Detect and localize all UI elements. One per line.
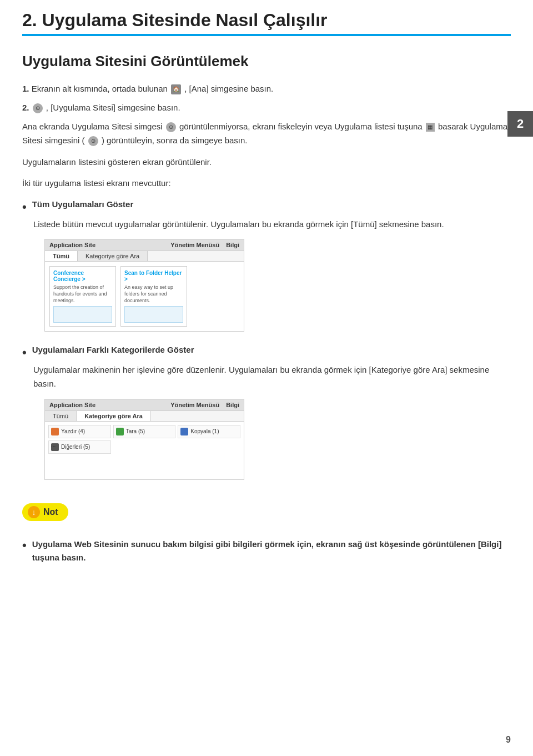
cat-other-label: Diğerleri (5) [61, 444, 90, 450]
bullet-1-title: Tüm Uygulamaları Göster [32, 199, 134, 209]
screenshot-1-tabs: Tümü Kategoriye göre Ara [45, 251, 244, 262]
screenshot-1-app-name: Application Site [49, 242, 95, 248]
card-2-inner [124, 306, 183, 323]
screenshot-1-card-1: Conference Concierge > Support the creat… [49, 266, 116, 327]
screenshot-1-body: Conference Concierge > Support the creat… [45, 262, 244, 331]
cat-item-print: Yazdır (4) [48, 425, 111, 438]
screenshot-1-menu: Yönetim Menüsü Bilgi [170, 242, 239, 248]
step-2-number: 2. [22, 103, 32, 112]
bullet-1-section: • Tüm Uygulamaları Göster Listede bütün … [22, 199, 511, 332]
card-1-title: Conference Concierge > [53, 270, 112, 282]
footer-page-number: 9 [506, 735, 511, 745]
screenshot-2-app-name: Application Site [49, 402, 95, 408]
cat-print-label: Yazdır (4) [61, 428, 85, 434]
screenshot-2-empty [45, 457, 244, 479]
screenshot-2-tabs: Tümü Kategoriye göre Ara [45, 411, 244, 422]
cat-print-icon [51, 428, 59, 435]
bullet-2-dot: • [22, 345, 27, 361]
card-1-desc: Support the creation of handouts for eve… [53, 284, 112, 304]
note-bullet-section: • Uygulama Web Sitesinin sunucu bakım bi… [22, 538, 511, 565]
cat-copy-label: Kopyala (1) [190, 428, 219, 434]
cat-scan-label: Tara (5) [126, 428, 145, 434]
grid-icon-inline: ▦ [426, 123, 435, 132]
bullet-2-content: Uygulamalar makinenin her işlevine göre … [33, 363, 511, 480]
home-icon: 🏠 [171, 84, 181, 94]
two-types-heading: İki tür uygulama listesi ekranı mevcuttu… [22, 177, 511, 191]
para-p1: Ana ekranda Uygulama Sitesi simgesi [22, 122, 163, 131]
step-1-after: , [Ana] simgesine basın. [184, 84, 273, 93]
screenshot-2: Application Site Yönetim Menüsü Bilgi Tü… [44, 399, 244, 480]
note-bullet-dot: • [22, 538, 27, 554]
screenshot-2-tab-category: Kategoriye göre Ara [77, 411, 151, 421]
para-p1-end: ) görüntüleyin, sonra da simgeye basın. [102, 136, 248, 145]
screenshot-2-menu2: Bilgi [226, 402, 239, 408]
cat-item-copy: Kopyala (1) [178, 425, 240, 438]
cat-item-scan: Tara (5) [113, 425, 176, 438]
not-label: Not [43, 507, 58, 517]
screenshot-1-titlebar: Application Site Yönetim Menüsü Bilgi [45, 239, 244, 251]
screenshot-1-menu1: Yönetim Menüsü [170, 242, 219, 248]
screenshot-1: Application Site Yönetim Menüsü Bilgi Tü… [44, 239, 244, 332]
note-text: Uygulama Web Sitesinin sunucu bakım bilg… [32, 538, 511, 565]
step-2: 2. ⊙ , [Uygulama Sitesi] simgesine basın… [22, 101, 511, 114]
screenshot-1-menu2: Bilgi [226, 242, 239, 248]
bullet-1-heading: • Tüm Uygulamaları Göster [22, 199, 511, 216]
page-title: 2. Uygulama Sitesinde Nasıl Çalışılır [22, 10, 511, 31]
bullet-1-desc: Listede bütün mevcut uygulamalar görüntü… [33, 218, 511, 232]
card-1-inner [53, 306, 112, 323]
main-content: Uygulama Sitesini Görüntülemek 1. Ekranı… [0, 36, 533, 593]
step-1-number: 1. [22, 84, 32, 93]
step-1-text: Ekranın alt kısmında, ortada bulunan [32, 84, 168, 93]
cat-scan-icon [116, 428, 124, 435]
screenshot-1-card-2: Scan to Folder Helper > An easy way to s… [120, 266, 187, 327]
screenshot-1-tab-all: Tümü [45, 251, 78, 261]
bullet-1-content: Listede bütün mevcut uygulamalar görüntü… [33, 218, 511, 332]
section-heading: Uygulama Sitesini Görüntülemek [22, 53, 511, 70]
note-bullet-heading: • Uygulama Web Sitesinin sunucu bakım bi… [22, 538, 511, 565]
cat-copy-icon [180, 428, 188, 435]
app-icon-inline: ⊙ [166, 122, 176, 132]
screenshot-2-tab-all: Tümü [45, 411, 77, 421]
page-badge: 2 [507, 111, 533, 137]
screenshot-1-tab-category: Kategoriye göre Ara [78, 251, 148, 261]
bullet-2-section: • Uygulamaları Farklı Kategorilerde Göst… [22, 345, 511, 479]
screenshot-2-menu: Yönetim Menüsü Bilgi [170, 402, 239, 408]
screenshot-1-cards: Conference Concierge > Support the creat… [49, 266, 239, 327]
bullet-1-dot: • [22, 199, 27, 216]
cat-item-other: ··· Diğerleri (5) [48, 440, 111, 454]
app-site-icon: ⊙ [33, 103, 43, 113]
step-2-text: , [Uygulama Sitesi] simgesine basın. [46, 103, 180, 112]
bullet-2-desc: Uygulamalar makinenin her işlevine göre … [33, 363, 511, 391]
app-icon-inline2: ⊙ [88, 136, 98, 146]
screenshot-2-menu1: Yönetim Menüsü [170, 402, 219, 408]
card-2-desc: An easy way to set up folders for scanne… [124, 284, 183, 304]
not-icon: ↓ [28, 506, 40, 518]
page-header: 2. Uygulama Sitesinde Nasıl Çalışılır [0, 0, 533, 36]
para-2: Uygulamaların listesini gösteren ekran g… [22, 156, 511, 169]
screenshot-2-category-grid: Yazdır (4) Tara (5) Kopyala (1) ··· Diğe… [45, 422, 244, 457]
para-p1-middle: görüntülenmiyorsa, ekranı fiskeleyin vey… [179, 122, 423, 131]
not-badge: ↓ Not [22, 503, 68, 521]
para-ana-ekran: Ana ekranda Uygulama Sitesi simgesi ⊙ gö… [22, 120, 511, 148]
bullet-2-title: Uygulamaları Farklı Kategorilerde Göster [32, 345, 194, 354]
cat-other-icon: ··· [51, 443, 59, 451]
step-1: 1. Ekranın alt kısmında, ortada bulunan … [22, 82, 511, 96]
screenshot-2-titlebar: Application Site Yönetim Menüsü Bilgi [45, 399, 244, 411]
bullet-2-heading: • Uygulamaları Farklı Kategorilerde Göst… [22, 345, 511, 361]
card-2-title: Scan to Folder Helper > [124, 270, 183, 282]
